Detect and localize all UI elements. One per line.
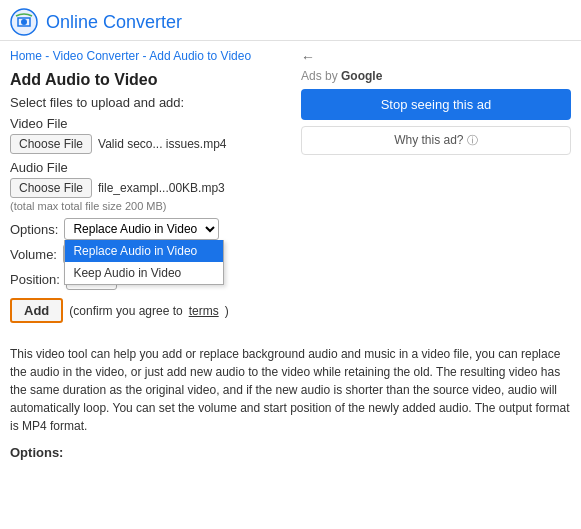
breadcrumb-sep2: - <box>139 49 149 63</box>
app-logo <box>10 8 38 36</box>
breadcrumb-home[interactable]: Home <box>10 49 42 63</box>
video-file-label: Video File <box>10 116 291 131</box>
confirm-text: (confirm you agree to <box>69 304 182 318</box>
breadcrumb-sep1: - <box>42 49 53 63</box>
options-menu-item-keep[interactable]: Keep Audio in Video <box>65 262 223 284</box>
why-this-ad-button[interactable]: Why this ad? ⓘ <box>301 126 571 155</box>
audio-file-row: Choose File file_exampl...00KB.mp3 <box>10 178 291 198</box>
svg-point-1 <box>21 19 27 25</box>
breadcrumb-current: Add Audio to Video <box>149 49 251 63</box>
description-text: This video tool can help you add or repl… <box>0 345 581 445</box>
add-button[interactable]: Add <box>10 298 63 323</box>
app-header: Online Converter <box>0 0 581 41</box>
ads-by-text: Ads by <box>301 69 341 83</box>
app-title: Online Converter <box>46 12 182 33</box>
total-size-note: (total max total file size 200 MB) <box>10 200 291 212</box>
position-label: Position: <box>10 272 60 287</box>
add-button-row: Add (confirm you agree to terms) <box>10 298 291 323</box>
audio-file-name: file_exampl...00KB.mp3 <box>98 181 225 195</box>
options-row: Options: Replace Audio in Video Keep Aud… <box>10 218 291 240</box>
ads-by-google: Ads by Google <box>301 69 571 83</box>
options-select[interactable]: Replace Audio in Video Keep Audio in Vid… <box>64 218 219 240</box>
options-dropdown-wrapper: Replace Audio in Video Keep Audio in Vid… <box>64 218 219 240</box>
video-file-row: Choose File Valid seco... issues.mp4 <box>10 134 291 154</box>
options-label: Options: <box>10 222 58 237</box>
terms-link[interactable]: terms <box>189 304 219 318</box>
page-title: Add Audio to Video <box>10 71 291 89</box>
breadcrumb-video-converter[interactable]: Video Converter <box>53 49 140 63</box>
ads-back-arrow[interactable]: ← <box>301 49 571 65</box>
video-choose-file-button[interactable]: Choose File <box>10 134 92 154</box>
confirm-close: ) <box>225 304 229 318</box>
options-dropdown-menu: Replace Audio in Video Keep Audio in Vid… <box>64 240 224 285</box>
options-menu-item-replace[interactable]: Replace Audio in Video <box>65 240 223 262</box>
info-icon: ⓘ <box>467 134 478 146</box>
why-ad-text: Why this ad? <box>394 133 463 147</box>
select-instruction: Select files to upload and add: <box>10 95 291 110</box>
stop-seeing-ad-button[interactable]: Stop seeing this ad <box>301 89 571 120</box>
options-heading: Options: <box>0 445 581 464</box>
left-panel: Home - Video Converter - Add Audio to Vi… <box>10 49 291 333</box>
breadcrumb: Home - Video Converter - Add Audio to Vi… <box>10 49 291 63</box>
volume-label: Volume: <box>10 247 57 262</box>
audio-file-label: Audio File <box>10 160 291 175</box>
video-file-name: Valid seco... issues.mp4 <box>98 137 227 151</box>
ads-panel: ← Ads by Google Stop seeing this ad Why … <box>301 49 571 333</box>
audio-choose-file-button[interactable]: Choose File <box>10 178 92 198</box>
google-brand: Google <box>341 69 382 83</box>
